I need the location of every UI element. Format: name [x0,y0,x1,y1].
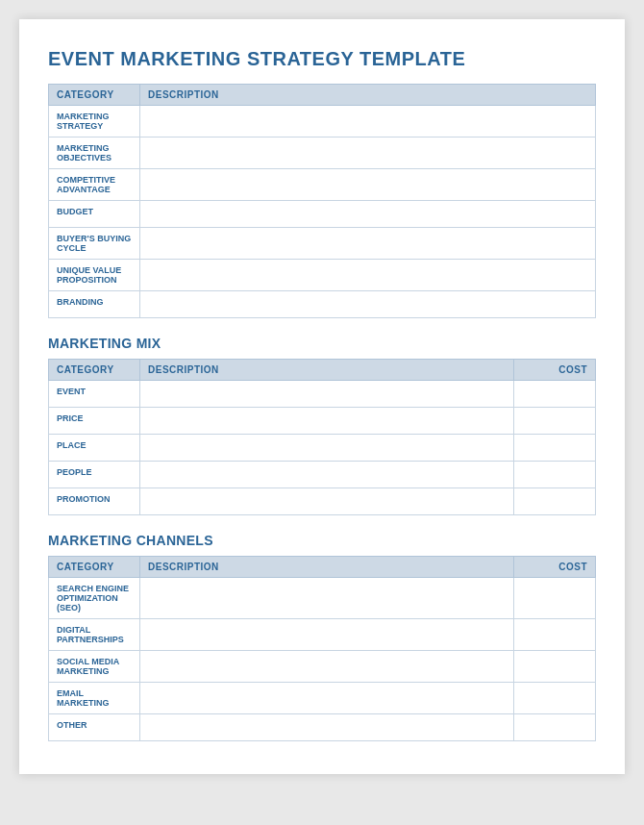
strategy-category-cell: MARKETING STRATEGY [49,106,140,138]
mix-cost-cell [514,462,596,488]
main-title: EVENT MARKETING STRATEGY TEMPLATE [48,48,596,70]
strategy-category-cell: MARKETING OBJECTIVES [49,138,140,169]
mix-cost-cell [514,488,596,515]
channels-category-cell: OTHER [49,714,140,741]
channels-header-category: CATEGORY [49,557,140,578]
channels-cost-cell [514,683,596,714]
mix-header-category: CATEGORY [49,360,140,381]
mix-description-cell [140,462,514,488]
strategy-description-cell [140,106,596,138]
mix-category-cell: PLACE [49,435,140,462]
strategy-header-category: CATEGORY [49,85,140,106]
mix-row: PROMOTION [49,488,596,515]
strategy-description-cell [140,138,596,169]
channels-row: EMAIL MARKETING [49,683,596,714]
strategy-description-cell [140,201,596,228]
marketing-mix-title: MARKETING MIX [48,336,596,351]
mix-category-cell: EVENT [49,381,140,408]
strategy-row: BUYER'S BUYING CYCLE [49,228,596,260]
strategy-description-cell [140,291,596,318]
mix-description-cell [140,408,514,435]
channels-category-cell: SEARCH ENGINE OPTIMIZATION (SEO) [49,578,140,619]
strategy-category-cell: COMPETITIVE ADVANTAGE [49,169,140,201]
strategy-row: BUDGET [49,201,596,228]
channels-header-description: DESCRIPTION [140,557,514,578]
page: EVENT MARKETING STRATEGY TEMPLATE CATEGO… [19,19,625,774]
mix-row: PLACE [49,435,596,462]
channels-cost-cell [514,619,596,651]
mix-cost-cell [514,435,596,462]
mix-cost-cell [514,381,596,408]
channels-row: SEARCH ENGINE OPTIMIZATION (SEO) [49,578,596,619]
channels-description-cell [140,683,514,714]
channels-cost-cell [514,578,596,619]
mix-category-cell: PEOPLE [49,462,140,488]
strategy-category-cell: UNIQUE VALUE PROPOSITION [49,260,140,291]
strategy-category-cell: BRANDING [49,291,140,318]
strategy-row: BRANDING [49,291,596,318]
mix-row: PEOPLE [49,462,596,488]
strategy-row: COMPETITIVE ADVANTAGE [49,169,596,201]
mix-row: EVENT [49,381,596,408]
channels-row: DIGITAL PARTNERSHIPS [49,619,596,651]
mix-description-cell [140,381,514,408]
mix-row: PRICE [49,408,596,435]
channels-cost-cell [514,714,596,741]
channels-row: OTHER [49,714,596,741]
mix-category-cell: PRICE [49,408,140,435]
strategy-header-description: DESCRIPTION [140,85,596,106]
channels-row: SOCIAL MEDIA MARKETING [49,651,596,683]
marketing-channels-table: CATEGORY DESCRIPTION COST SEARCH ENGINE … [48,556,596,741]
mix-description-cell [140,435,514,462]
strategy-table: CATEGORY DESCRIPTION MARKETING STRATEGYM… [48,84,596,318]
channels-category-cell: EMAIL MARKETING [49,683,140,714]
mix-category-cell: PROMOTION [49,488,140,515]
channels-description-cell [140,619,514,651]
channels-header-cost: COST [514,557,596,578]
mix-cost-cell [514,408,596,435]
channels-cost-cell [514,651,596,683]
marketing-channels-title: MARKETING CHANNELS [48,533,596,548]
mix-header-cost: COST [514,360,596,381]
strategy-row: UNIQUE VALUE PROPOSITION [49,260,596,291]
channels-description-cell [140,578,514,619]
strategy-description-cell [140,260,596,291]
marketing-mix-table: CATEGORY DESCRIPTION COST EVENTPRICEPLAC… [48,359,596,515]
mix-description-cell [140,488,514,515]
channels-category-cell: SOCIAL MEDIA MARKETING [49,651,140,683]
mix-header-description: DESCRIPTION [140,360,514,381]
strategy-row: MARKETING STRATEGY [49,106,596,138]
strategy-description-cell [140,169,596,201]
channels-description-cell [140,714,514,741]
strategy-description-cell [140,228,596,260]
strategy-category-cell: BUYER'S BUYING CYCLE [49,228,140,260]
strategy-row: MARKETING OBJECTIVES [49,138,596,169]
strategy-category-cell: BUDGET [49,201,140,228]
channels-category-cell: DIGITAL PARTNERSHIPS [49,619,140,651]
channels-description-cell [140,651,514,683]
